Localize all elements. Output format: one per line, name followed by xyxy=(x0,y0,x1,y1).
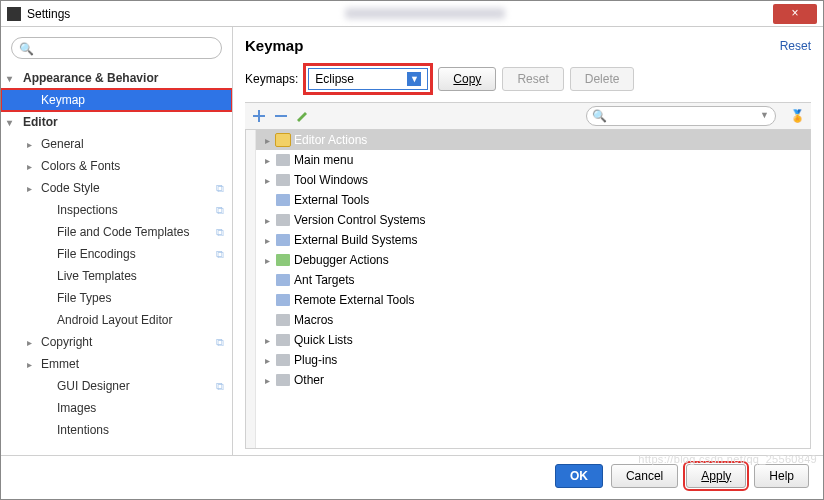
search-icon: 🔍 xyxy=(592,109,607,123)
apply-button[interactable]: Apply xyxy=(686,464,746,488)
tool-icon xyxy=(276,194,290,206)
sidebar-item-file-types[interactable]: File Types xyxy=(1,287,232,309)
action-row-quick-lists[interactable]: ▸Quick Lists xyxy=(256,330,810,350)
arrow-icon: ▸ xyxy=(262,255,272,266)
watermark: https://blog.csdn.net/qq_25560849 xyxy=(638,453,817,465)
action-label: External Build Systems xyxy=(294,233,417,247)
sidebar-item-copyright[interactable]: ▸Copyright⧉ xyxy=(1,331,232,353)
action-label: Editor Actions xyxy=(294,133,367,147)
action-row-debugger-actions[interactable]: ▸Debugger Actions xyxy=(256,250,810,270)
sidebar-item-label: General xyxy=(41,137,84,151)
arrow-icon: ▸ xyxy=(27,139,32,150)
reset-link[interactable]: Reset xyxy=(780,39,811,53)
keymaps-value: Eclipse xyxy=(315,72,354,86)
window-title: Settings xyxy=(27,7,295,21)
sidebar-item-gui-designer[interactable]: GUI Designer⧉ xyxy=(1,375,232,397)
page-title: Keymap xyxy=(245,37,780,54)
scope-icon: ⧉ xyxy=(216,248,224,261)
action-row-ant-targets[interactable]: Ant Targets xyxy=(256,270,810,290)
action-label: Plug-ins xyxy=(294,353,337,367)
action-label: Macros xyxy=(294,313,333,327)
sidebar: 🔍 ▾Appearance & BehaviorKeymap▾Editor▸Ge… xyxy=(1,27,233,455)
content: 🔍 ▾Appearance & BehaviorKeymap▾Editor▸Ge… xyxy=(1,27,823,455)
edit-icon[interactable] xyxy=(295,108,311,124)
main-pane: Keymap Reset Keymaps: Eclipse ▼ Copy Res… xyxy=(233,27,823,455)
sidebar-search-input[interactable]: 🔍 xyxy=(11,37,222,59)
action-label: Tool Windows xyxy=(294,173,368,187)
reset-button: Reset xyxy=(502,67,563,91)
close-button[interactable]: × xyxy=(773,4,817,24)
action-search-input[interactable]: 🔍 ▼ xyxy=(586,106,776,126)
action-row-tool-windows[interactable]: ▸Tool Windows xyxy=(256,170,810,190)
action-label: Other xyxy=(294,373,324,387)
sidebar-item-label: Android Layout Editor xyxy=(57,313,172,327)
action-row-other[interactable]: ▸Other xyxy=(256,370,810,390)
sidebar-item-general[interactable]: ▸General xyxy=(1,133,232,155)
sidebar-item-editor[interactable]: ▾Editor xyxy=(1,111,232,133)
bug-icon xyxy=(276,254,290,266)
folder-icon xyxy=(276,334,290,346)
sidebar-item-emmet[interactable]: ▸Emmet xyxy=(1,353,232,375)
sidebar-item-live-templates[interactable]: Live Templates xyxy=(1,265,232,287)
find-by-shortcut-icon[interactable]: 🏅 xyxy=(790,109,805,123)
action-tree[interactable]: ▸Editor Actions▸Main menu▸Tool WindowsEx… xyxy=(256,130,810,448)
arrow-icon: ▸ xyxy=(27,161,32,172)
chevron-down-icon: ▼ xyxy=(760,110,769,120)
folder-icon xyxy=(276,154,290,166)
collapse-icon[interactable] xyxy=(273,108,289,124)
sidebar-item-inspections[interactable]: Inspections⧉ xyxy=(1,199,232,221)
action-row-editor-actions[interactable]: ▸Editor Actions xyxy=(256,130,810,150)
cancel-button[interactable]: Cancel xyxy=(611,464,678,488)
svg-rect-2 xyxy=(275,115,287,117)
arrow-icon: ▸ xyxy=(27,337,32,348)
tool-icon xyxy=(276,294,290,306)
arrow-icon: ▸ xyxy=(262,235,272,246)
help-button[interactable]: Help xyxy=(754,464,809,488)
sidebar-item-images[interactable]: Images xyxy=(1,397,232,419)
sidebar-item-label: Editor xyxy=(23,115,58,129)
sidebar-item-label: Live Templates xyxy=(57,269,137,283)
sidebar-item-label: File Types xyxy=(57,291,111,305)
sidebar-item-keymap[interactable]: Keymap xyxy=(1,89,232,111)
action-row-plug-ins[interactable]: ▸Plug-ins xyxy=(256,350,810,370)
action-label: Debugger Actions xyxy=(294,253,389,267)
keymaps-label: Keymaps: xyxy=(245,72,298,86)
folder-icon xyxy=(276,134,290,146)
action-label: Version Control Systems xyxy=(294,213,425,227)
keymaps-dropdown-highlight: Eclipse ▼ xyxy=(304,64,432,94)
action-row-external-tools[interactable]: External Tools xyxy=(256,190,810,210)
sidebar-item-label: Inspections xyxy=(57,203,118,217)
action-row-external-build-systems[interactable]: ▸External Build Systems xyxy=(256,230,810,250)
action-row-macros[interactable]: Macros xyxy=(256,310,810,330)
copy-button[interactable]: Copy xyxy=(438,67,496,91)
ok-button[interactable]: OK xyxy=(555,464,603,488)
action-row-remote-external-tools[interactable]: Remote External Tools xyxy=(256,290,810,310)
sidebar-item-android-layout-editor[interactable]: Android Layout Editor xyxy=(1,309,232,331)
sidebar-item-label: Intentions xyxy=(57,423,109,437)
action-row-main-menu[interactable]: ▸Main menu xyxy=(256,150,810,170)
sidebar-item-label: Emmet xyxy=(41,357,79,371)
sidebar-item-colors-fonts[interactable]: ▸Colors & Fonts xyxy=(1,155,232,177)
folder-icon xyxy=(276,354,290,366)
sidebar-item-appearance-behavior[interactable]: ▾Appearance & Behavior xyxy=(1,67,232,89)
action-label: Main menu xyxy=(294,153,353,167)
keymap-toolbar: 🔍 ▼ 🏅 xyxy=(245,102,811,130)
sidebar-item-file-and-code-templates[interactable]: File and Code Templates⧉ xyxy=(1,221,232,243)
keymap-selector-row: Keymaps: Eclipse ▼ Copy Reset Delete xyxy=(245,64,811,94)
sidebar-item-intentions[interactable]: Intentions xyxy=(1,419,232,441)
scope-icon: ⧉ xyxy=(216,226,224,239)
sidebar-item-label: Copyright xyxy=(41,335,92,349)
search-icon: 🔍 xyxy=(19,42,34,56)
sidebar-item-file-encodings[interactable]: File Encodings⧉ xyxy=(1,243,232,265)
keymaps-dropdown[interactable]: Eclipse ▼ xyxy=(308,68,428,90)
action-row-version-control-systems[interactable]: ▸Version Control Systems xyxy=(256,210,810,230)
tool-icon xyxy=(276,274,290,286)
sidebar-item-label: Appearance & Behavior xyxy=(23,71,158,85)
sidebar-item-label: Keymap xyxy=(41,93,85,107)
arrow-icon: ▸ xyxy=(262,175,272,186)
expand-icon[interactable] xyxy=(251,108,267,124)
app-icon xyxy=(7,7,21,21)
arrow-icon: ▸ xyxy=(27,183,32,194)
sidebar-item-label: Colors & Fonts xyxy=(41,159,120,173)
sidebar-item-code-style[interactable]: ▸Code Style⧉ xyxy=(1,177,232,199)
